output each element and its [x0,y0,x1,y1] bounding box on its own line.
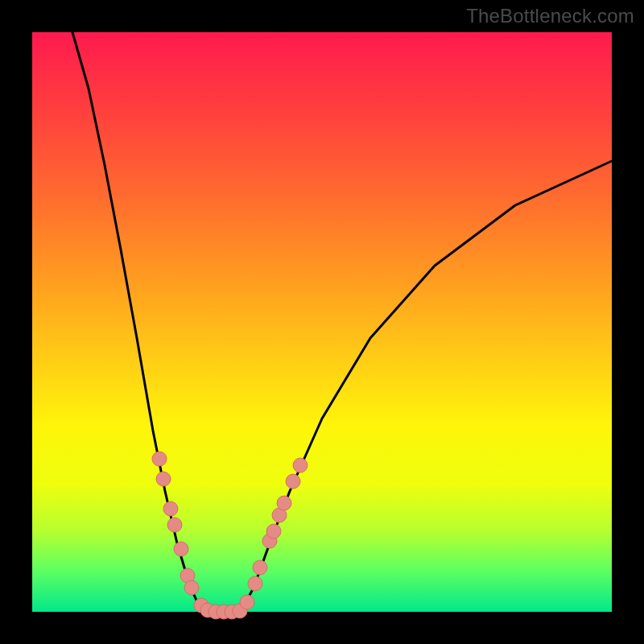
curve-path-group [72,32,612,612]
chart-svg [32,32,612,612]
marker-dot [240,595,254,609]
marker-dot [277,496,291,510]
marker-dot [163,502,178,516]
marker-dot [167,518,182,532]
watermark-text: TheBottleneck.com [466,5,634,27]
marker-dot [174,542,188,556]
marker-dot [184,580,199,595]
marker-dot [152,452,167,466]
marker-dot [286,474,300,489]
marker-dot [266,524,281,539]
marker-dot [156,472,171,486]
plot-area [32,32,612,612]
chart-frame: TheBottleneck.com [0,0,644,644]
marker-dot [253,560,267,575]
marker-dot [248,576,262,591]
marker-dot [293,458,308,473]
bottleneck-curve [72,32,612,612]
